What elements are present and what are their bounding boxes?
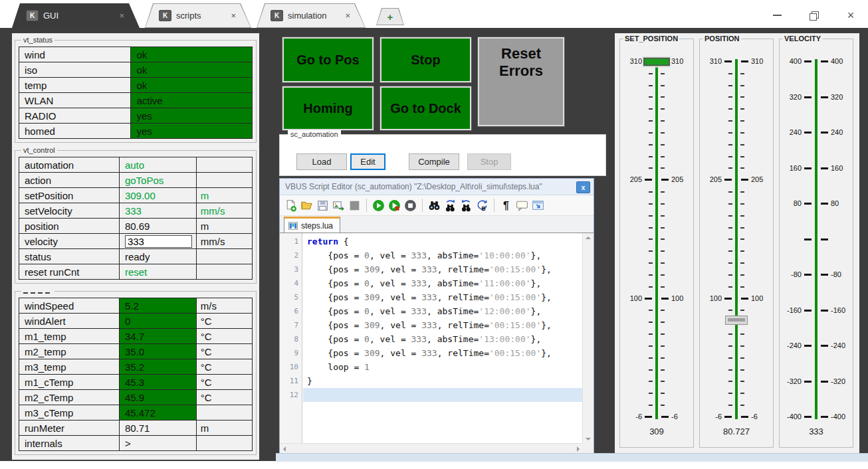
row-label: position (19, 219, 120, 234)
editor-file-tabs: steps.lua (280, 216, 594, 233)
row-value[interactable]: auto (119, 157, 196, 173)
row-label: runMeter (19, 421, 120, 436)
comment-icon[interactable] (515, 199, 529, 213)
scroll-up-icon[interactable] (586, 236, 591, 239)
row-value[interactable]: reset (119, 264, 196, 280)
row-value[interactable]: 333 (119, 203, 196, 219)
close-button[interactable]: × (839, 7, 862, 24)
tick (700, 132, 773, 134)
row-value[interactable]: goToPos (119, 173, 196, 188)
edit-button[interactable]: Edit (350, 153, 385, 170)
tab-gui[interactable]: K GUI × (12, 3, 140, 28)
row-label: m3_temp (19, 359, 120, 375)
row-value: 45.472 (119, 405, 196, 421)
panel-icon[interactable] (531, 199, 545, 213)
minimize-button[interactable] (766, 7, 788, 24)
stop-circle-icon[interactable] (403, 199, 417, 213)
table-row-windalert: windAlert0°C (19, 314, 253, 329)
row-value: active (131, 93, 253, 108)
tick (700, 167, 773, 169)
editor-close-button[interactable]: x (576, 181, 590, 193)
row-label: temp (19, 78, 131, 93)
row-value: 35.2 (119, 359, 196, 375)
editor-title-bar[interactable]: VBUS Script Editor (sc_automation) "Z:\D… (280, 179, 594, 195)
go-to-pos-button[interactable]: Go to Pos (282, 37, 374, 82)
load-button[interactable]: Load (296, 153, 347, 170)
find-next-icon[interactable] (443, 199, 457, 213)
row-unit: m (196, 219, 252, 234)
table-row-automation: automationauto (19, 157, 253, 173)
scroll-left-icon[interactable] (283, 446, 286, 452)
row-value: ok (131, 78, 253, 93)
row-value[interactable]: 309.00 (119, 188, 196, 203)
find-previous-icon[interactable] (459, 199, 473, 213)
reset-errors-button[interactable]: Reset Errors (478, 37, 564, 126)
run-abort-icon[interactable] (387, 199, 401, 213)
run-icon[interactable] (372, 199, 385, 213)
new-file-icon[interactable] (284, 199, 298, 213)
tab-close-icon[interactable]: × (345, 11, 350, 21)
gauge-velocity: VELOCITY4004003203202402401601608080-80-… (779, 39, 853, 448)
tick (700, 404, 773, 406)
table-row-m2_ctemp: m2_cTemp45.9°C (19, 390, 253, 405)
export-image-icon[interactable] (332, 199, 346, 213)
table-row-setvelocity: setVelocity333mm/s (19, 203, 253, 219)
tick (620, 132, 693, 134)
homing-button[interactable]: Homing (282, 86, 374, 130)
tab-label: simulation (288, 11, 327, 21)
row-label: RADIO (19, 108, 131, 124)
value-table: automationautoactiongoToPossetPosition30… (19, 157, 253, 280)
tick (700, 155, 773, 157)
go-to-dock-button[interactable]: Go to Dock (380, 86, 471, 130)
table-row-position: position80.69m (19, 219, 253, 234)
open-file-icon[interactable] (300, 199, 314, 213)
find-icon[interactable] (427, 199, 441, 213)
gauge-handle[interactable] (725, 316, 748, 325)
tick--400: -400-400 (780, 416, 853, 418)
table-row-wind: windok (19, 47, 253, 62)
new-tab-button[interactable]: + (376, 8, 404, 25)
tick-205: 205205 (700, 179, 773, 181)
bookmark-toggle-icon[interactable]: B (475, 199, 489, 213)
page-bottom (0, 462, 868, 469)
gauge-handle[interactable] (643, 58, 670, 66)
code-line-10: loop = 1 (303, 360, 583, 374)
row-value (119, 234, 196, 249)
stop-disabled-icon[interactable] (348, 199, 362, 213)
group-label (21, 287, 54, 295)
row-value: 35.0 (119, 344, 196, 359)
tick (620, 203, 693, 205)
value-table: windSpeed5.2m/swindAlert0°Cm1_temp34.7°C… (19, 298, 253, 451)
tab-scripts[interactable]: K scripts × (145, 3, 251, 28)
tab-close-icon[interactable]: × (231, 11, 236, 21)
tick (620, 191, 693, 193)
tick (620, 380, 693, 382)
vertical-scrollbar[interactable] (582, 233, 594, 444)
code-line-3: {pos = 309, vel = 333, relTime='00:15:00… (303, 262, 583, 276)
save-icon[interactable] (316, 199, 330, 213)
tab-simulation[interactable]: K simulation × (257, 3, 366, 28)
row-value[interactable]: > (119, 436, 196, 451)
velocity-input[interactable] (125, 235, 192, 248)
table-row-m2_temp: m2_temp35.0°C (19, 344, 253, 359)
scroll-right-icon[interactable] (577, 446, 580, 452)
code-area[interactable]: return { {pos = 0, vel = 333, absTime='1… (303, 233, 583, 444)
row-value: ok (131, 47, 253, 62)
restore-button[interactable] (802, 7, 825, 24)
svg-text:¶: ¶ (503, 200, 509, 211)
scroll-down-icon[interactable] (586, 438, 591, 440)
tick (700, 250, 773, 252)
row-unit: m/s (196, 298, 252, 314)
row-label: m1_cTemp (19, 375, 120, 390)
file-tab-steps-lua[interactable]: steps.lua (284, 217, 340, 233)
tick (620, 309, 693, 311)
compile-button[interactable]: Compile (409, 153, 459, 170)
tab-close-icon[interactable]: × (119, 11, 124, 21)
stop-button[interactable]: Stop (380, 37, 471, 82)
row-unit: °C (196, 390, 252, 405)
tick (620, 155, 693, 157)
gauge-position: POSITION310310205205100100-6-680.727 (699, 39, 774, 448)
toolbar-separator (366, 199, 367, 212)
pilcrow-icon[interactable]: ¶ (499, 199, 513, 213)
app-icon: K (271, 10, 283, 21)
